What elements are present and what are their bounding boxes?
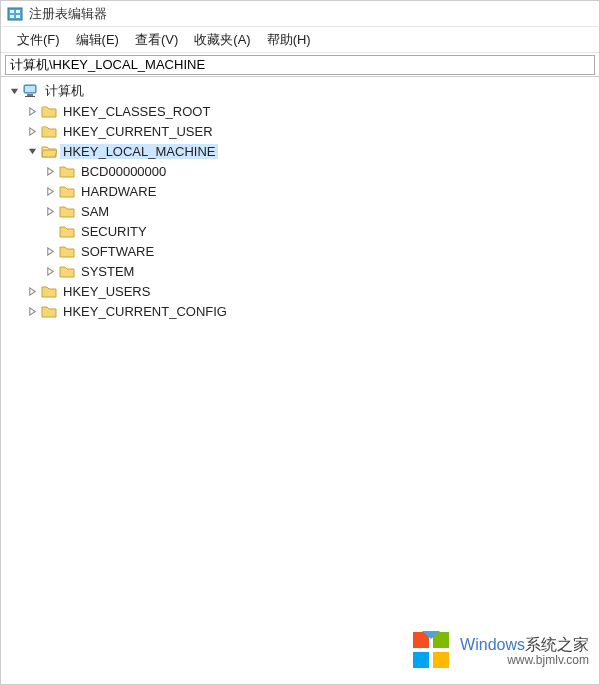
folder-icon: [58, 263, 75, 280]
tree-node-hkcc[interactable]: HKEY_CURRENT_CONFIG: [1, 301, 599, 321]
svg-rect-1: [10, 10, 14, 13]
tree-node-label: HKEY_LOCAL_MACHINE: [60, 144, 218, 159]
tree-node-label: SAM: [78, 204, 112, 219]
tree-node-security[interactable]: · SECURITY: [1, 221, 599, 241]
folder-icon: [40, 103, 57, 120]
tree-node-label: HARDWARE: [78, 184, 159, 199]
svg-rect-4: [16, 15, 20, 18]
menu-file[interactable]: 文件(F): [9, 29, 68, 51]
chevron-right-icon[interactable]: [43, 264, 57, 278]
watermark-brand-en: Windows: [460, 636, 525, 653]
svg-rect-6: [25, 86, 35, 92]
watermark: Windows系统之家 www.bjmlv.com: [410, 629, 589, 674]
folder-icon: [58, 163, 75, 180]
chevron-right-icon[interactable]: [43, 244, 57, 258]
tree-node-label: HKEY_CURRENT_USER: [60, 124, 216, 139]
svg-rect-3: [10, 15, 14, 18]
computer-icon: [22, 83, 39, 100]
folder-icon: [58, 243, 75, 260]
menu-edit[interactable]: 编辑(E): [68, 29, 127, 51]
tree-node-bcd[interactable]: BCD00000000: [1, 161, 599, 181]
titlebar: 注册表编辑器: [1, 1, 599, 27]
chevron-right-icon[interactable]: [25, 284, 39, 298]
chevron-right-icon[interactable]: [25, 104, 39, 118]
chevron-right-icon[interactable]: [25, 304, 39, 318]
folder-icon: [58, 203, 75, 220]
tree-node-label: BCD00000000: [78, 164, 169, 179]
tree-node-hardware[interactable]: HARDWARE: [1, 181, 599, 201]
chevron-right-icon[interactable]: [25, 124, 39, 138]
regedit-app-icon: [7, 6, 23, 22]
tree-node-sam[interactable]: SAM: [1, 201, 599, 221]
folder-open-icon: [40, 143, 57, 160]
watermark-logo-icon: [410, 629, 452, 674]
tree-node-hkcr[interactable]: HKEY_CLASSES_ROOT: [1, 101, 599, 121]
address-input[interactable]: [5, 55, 595, 75]
svg-rect-2: [16, 10, 20, 13]
chevron-right-icon[interactable]: [43, 184, 57, 198]
tree-node-hkcu[interactable]: HKEY_CURRENT_USER: [1, 121, 599, 141]
window-title: 注册表编辑器: [29, 5, 107, 23]
folder-icon: [58, 183, 75, 200]
svg-rect-12: [433, 652, 449, 668]
chevron-down-icon[interactable]: [7, 84, 21, 98]
tree-node-label: SOFTWARE: [78, 244, 157, 259]
svg-rect-0: [8, 8, 22, 20]
menu-view[interactable]: 查看(V): [127, 29, 186, 51]
tree-node-label: SYSTEM: [78, 264, 137, 279]
tree-node-label: SECURITY: [78, 224, 150, 239]
tree-node-label: HKEY_CURRENT_CONFIG: [60, 304, 230, 319]
menu-help[interactable]: 帮助(H): [259, 29, 319, 51]
svg-rect-11: [413, 652, 429, 668]
watermark-url: www.bjmlv.com: [460, 653, 589, 667]
tree-node-label: HKEY_USERS: [60, 284, 153, 299]
tree-node-label: 计算机: [42, 82, 87, 100]
tree-node-label: HKEY_CLASSES_ROOT: [60, 104, 213, 119]
tree-node-hku[interactable]: HKEY_USERS: [1, 281, 599, 301]
folder-icon: [40, 303, 57, 320]
folder-icon: [40, 283, 57, 300]
watermark-text: Windows系统之家 www.bjmlv.com: [460, 636, 589, 668]
tree-node-software[interactable]: SOFTWARE: [1, 241, 599, 261]
svg-rect-7: [27, 94, 33, 96]
chevron-right-icon[interactable]: [43, 164, 57, 178]
addressbar: [1, 53, 599, 77]
chevron-right-icon[interactable]: [43, 204, 57, 218]
tree-node-computer[interactable]: 计算机: [1, 81, 599, 101]
tree-node-hklm[interactable]: HKEY_LOCAL_MACHINE: [1, 141, 599, 161]
menu-favorites[interactable]: 收藏夹(A): [186, 29, 258, 51]
tree-node-system[interactable]: SYSTEM: [1, 261, 599, 281]
registry-tree[interactable]: 计算机 HKEY_CLASSES_ROOT HKEY_CURRENT_USER …: [1, 77, 599, 684]
svg-rect-8: [25, 96, 35, 97]
folder-icon: [58, 223, 75, 240]
menubar: 文件(F) 编辑(E) 查看(V) 收藏夹(A) 帮助(H): [1, 27, 599, 53]
folder-icon: [40, 123, 57, 140]
watermark-brand-cn: 系统之家: [525, 636, 589, 653]
chevron-down-icon[interactable]: [25, 144, 39, 158]
